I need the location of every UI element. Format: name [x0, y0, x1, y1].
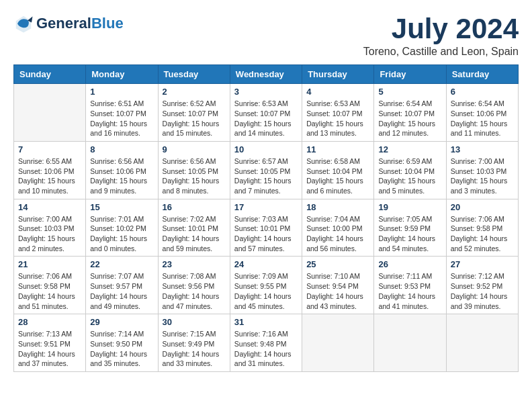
calendar-week-5: 28Sunrise: 7:13 AMSunset: 9:51 PMDayligh… [14, 314, 519, 372]
day-number: 17 [234, 202, 298, 212]
calendar-cell [374, 314, 446, 372]
weekday-header-saturday: Saturday [446, 65, 518, 84]
day-info: Sunrise: 6:53 AMSunset: 10:07 PMDaylight… [306, 99, 369, 138]
calendar-cell: 17Sunrise: 7:03 AMSunset: 10:01 PMDaylig… [230, 199, 302, 257]
day-number: 24 [234, 259, 298, 269]
weekday-header-wednesday: Wednesday [230, 65, 302, 84]
calendar-cell: 12Sunrise: 6:59 AMSunset: 10:04 PMDaylig… [374, 141, 446, 199]
day-number: 19 [378, 202, 441, 212]
day-number: 15 [90, 202, 153, 212]
day-info: Sunrise: 7:06 AMSunset: 9:58 PMDaylight:… [451, 214, 514, 254]
calendar-cell: 29Sunrise: 7:14 AMSunset: 9:50 PMDayligh… [86, 314, 158, 372]
calendar-cell: 31Sunrise: 7:16 AMSunset: 9:48 PMDayligh… [230, 314, 302, 372]
day-info: Sunrise: 7:02 AMSunset: 10:01 PMDaylight… [163, 214, 226, 254]
calendar-cell: 11Sunrise: 6:58 AMSunset: 10:04 PMDaylig… [302, 141, 374, 199]
calendar-cell: 28Sunrise: 7:13 AMSunset: 9:51 PMDayligh… [14, 314, 86, 372]
header-row: SundayMondayTuesdayWednesdayThursdayFrid… [14, 65, 519, 84]
calendar-cell: 7Sunrise: 6:55 AMSunset: 10:06 PMDayligh… [14, 141, 86, 199]
month-title: July 2024 [363, 13, 519, 44]
calendar-cell [446, 314, 518, 372]
calendar-cell: 3Sunrise: 6:53 AMSunset: 10:07 PMDayligh… [230, 84, 302, 142]
calendar-cell: 9Sunrise: 6:56 AMSunset: 10:05 PMDayligh… [158, 141, 230, 199]
title-block: July 2024 Toreno, Castille and Leon, Spa… [363, 13, 519, 58]
day-number: 9 [163, 144, 226, 154]
day-number: 8 [90, 144, 153, 154]
calendar-cell: 20Sunrise: 7:06 AMSunset: 9:58 PMDayligh… [446, 199, 518, 257]
calendar-week-1: 1Sunrise: 6:51 AMSunset: 10:07 PMDayligh… [14, 84, 519, 142]
day-number: 16 [163, 202, 226, 212]
logo-blue: Blue [91, 15, 124, 32]
logo: GeneralBlue [13, 13, 124, 34]
calendar-cell [302, 314, 374, 372]
calendar-cell: 24Sunrise: 7:09 AMSunset: 9:55 PMDayligh… [230, 257, 302, 314]
day-number: 22 [90, 259, 153, 269]
weekday-header-thursday: Thursday [302, 65, 374, 84]
day-number: 28 [18, 317, 81, 327]
day-info: Sunrise: 7:12 AMSunset: 9:52 PMDaylight:… [451, 271, 514, 311]
day-number: 29 [90, 317, 153, 327]
day-info: Sunrise: 6:56 AMSunset: 10:06 PMDaylight… [90, 156, 153, 196]
calendar-cell: 10Sunrise: 6:57 AMSunset: 10:05 PMDaylig… [230, 141, 302, 199]
calendar-cell: 16Sunrise: 7:02 AMSunset: 10:01 PMDaylig… [158, 199, 230, 257]
calendar-cell: 22Sunrise: 7:07 AMSunset: 9:57 PMDayligh… [86, 257, 158, 314]
day-info: Sunrise: 7:05 AMSunset: 9:59 PMDaylight:… [378, 214, 441, 254]
calendar-cell: 18Sunrise: 7:04 AMSunset: 10:00 PMDaylig… [302, 199, 374, 257]
day-number: 27 [451, 259, 514, 269]
day-info: Sunrise: 7:03 AMSunset: 10:01 PMDaylight… [234, 214, 298, 254]
day-number: 4 [306, 87, 369, 97]
day-info: Sunrise: 6:51 AMSunset: 10:07 PMDaylight… [90, 99, 153, 138]
day-number: 13 [451, 144, 514, 154]
calendar-cell: 19Sunrise: 7:05 AMSunset: 9:59 PMDayligh… [374, 199, 446, 257]
day-info: Sunrise: 7:00 AMSunset: 10:03 PMDaylight… [451, 156, 514, 196]
day-number: 21 [18, 259, 81, 269]
calendar-cell: 21Sunrise: 7:06 AMSunset: 9:58 PMDayligh… [14, 257, 86, 314]
calendar-cell: 25Sunrise: 7:10 AMSunset: 9:54 PMDayligh… [302, 257, 374, 314]
calendar-week-2: 7Sunrise: 6:55 AMSunset: 10:06 PMDayligh… [14, 141, 519, 199]
calendar-cell: 30Sunrise: 7:15 AMSunset: 9:49 PMDayligh… [158, 314, 230, 372]
day-number: 2 [163, 87, 226, 97]
day-info: Sunrise: 6:56 AMSunset: 10:05 PMDaylight… [163, 156, 226, 196]
day-number: 14 [18, 202, 81, 212]
calendar-cell: 23Sunrise: 7:08 AMSunset: 9:56 PMDayligh… [158, 257, 230, 314]
day-info: Sunrise: 6:57 AMSunset: 10:05 PMDaylight… [234, 156, 298, 196]
calendar-cell: 13Sunrise: 7:00 AMSunset: 10:03 PMDaylig… [446, 141, 518, 199]
day-info: Sunrise: 6:52 AMSunset: 10:07 PMDaylight… [163, 99, 226, 138]
calendar-cell: 8Sunrise: 6:56 AMSunset: 10:06 PMDayligh… [86, 141, 158, 199]
logo-icon [13, 13, 34, 34]
calendar-cell: 2Sunrise: 6:52 AMSunset: 10:07 PMDayligh… [158, 84, 230, 142]
day-number: 20 [451, 202, 514, 212]
day-number: 5 [378, 87, 441, 97]
calendar-cell: 15Sunrise: 7:01 AMSunset: 10:02 PMDaylig… [86, 199, 158, 257]
calendar-cell: 27Sunrise: 7:12 AMSunset: 9:52 PMDayligh… [446, 257, 518, 314]
logo-general: General [36, 15, 91, 32]
calendar-cell: 26Sunrise: 7:11 AMSunset: 9:53 PMDayligh… [374, 257, 446, 314]
day-number: 26 [378, 259, 441, 269]
day-info: Sunrise: 7:13 AMSunset: 9:51 PMDaylight:… [18, 329, 81, 369]
logo-text: GeneralBlue [36, 15, 124, 32]
day-info: Sunrise: 6:58 AMSunset: 10:04 PMDaylight… [306, 156, 369, 196]
location-title: Toreno, Castille and Leon, Spain [363, 46, 519, 58]
weekday-header-monday: Monday [86, 65, 158, 84]
day-number: 11 [306, 144, 369, 154]
weekday-header-tuesday: Tuesday [158, 65, 230, 84]
day-info: Sunrise: 7:14 AMSunset: 9:50 PMDaylight:… [90, 329, 153, 369]
calendar-cell: 14Sunrise: 7:00 AMSunset: 10:03 PMDaylig… [14, 199, 86, 257]
day-info: Sunrise: 7:01 AMSunset: 10:02 PMDaylight… [90, 214, 153, 254]
calendar-cell: 5Sunrise: 6:54 AMSunset: 10:07 PMDayligh… [374, 84, 446, 142]
weekday-header-friday: Friday [374, 65, 446, 84]
weekday-header-sunday: Sunday [14, 65, 86, 84]
day-number: 25 [306, 259, 369, 269]
day-number: 3 [234, 87, 298, 97]
day-number: 18 [306, 202, 369, 212]
day-info: Sunrise: 6:54 AMSunset: 10:07 PMDaylight… [378, 99, 441, 138]
calendar-cell: 1Sunrise: 6:51 AMSunset: 10:07 PMDayligh… [86, 84, 158, 142]
day-number: 30 [163, 317, 226, 327]
calendar-table: SundayMondayTuesdayWednesdayThursdayFrid… [13, 64, 519, 372]
day-info: Sunrise: 7:04 AMSunset: 10:00 PMDaylight… [306, 214, 369, 254]
day-number: 1 [90, 87, 153, 97]
day-info: Sunrise: 7:06 AMSunset: 9:58 PMDaylight:… [18, 271, 81, 311]
day-info: Sunrise: 7:08 AMSunset: 9:56 PMDaylight:… [163, 271, 226, 311]
day-info: Sunrise: 7:16 AMSunset: 9:48 PMDaylight:… [234, 329, 298, 369]
day-info: Sunrise: 7:11 AMSunset: 9:53 PMDaylight:… [378, 271, 441, 311]
day-info: Sunrise: 7:09 AMSunset: 9:55 PMDaylight:… [234, 271, 298, 311]
